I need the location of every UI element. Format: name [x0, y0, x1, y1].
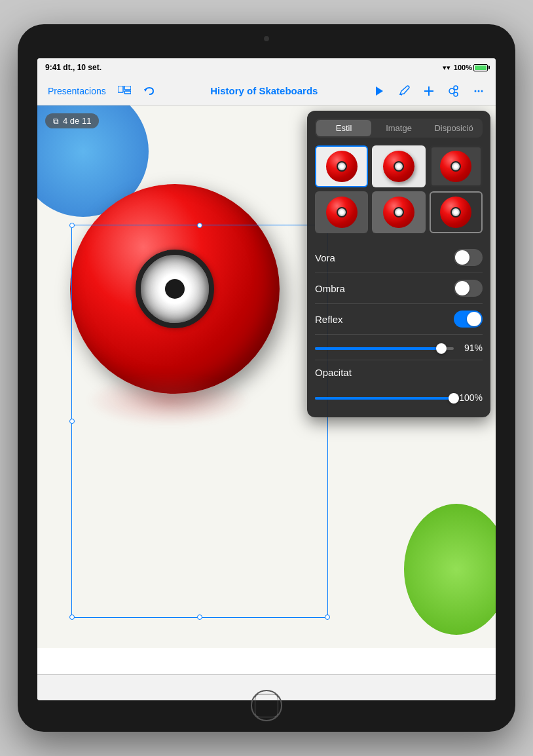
reflex-slider-row: 91%	[315, 335, 483, 360]
style-thumb-3[interactable]	[430, 145, 483, 187]
thumb-wheel-inner-5	[394, 207, 404, 217]
thumb-wheel-3	[440, 151, 471, 182]
panel-tabs: Estil Imatge Disposició	[315, 119, 483, 138]
reflex-label: Reflex	[315, 314, 343, 325]
camera	[264, 36, 269, 41]
more-button[interactable]	[468, 81, 489, 102]
wheel-body	[70, 184, 280, 394]
style-thumb-1[interactable]	[315, 145, 368, 187]
thumb-wheel-4	[326, 197, 358, 228]
opacitat-value: 100%	[459, 392, 483, 403]
wheel-inner	[136, 250, 214, 328]
svg-line-4	[400, 94, 402, 95]
thumb-wheel-1	[326, 151, 358, 182]
svg-point-13	[478, 90, 480, 92]
svg-line-10	[454, 88, 454, 90]
tab-imatge[interactable]: Imatge	[371, 120, 426, 136]
vora-row: Vora	[315, 242, 483, 273]
style-thumb-4[interactable]	[315, 191, 368, 233]
thumb-wheel-inner-3	[450, 161, 461, 172]
reflex-toggle[interactable]	[454, 311, 483, 328]
thumb-wheel-2	[383, 151, 414, 182]
svg-rect-0	[118, 86, 123, 92]
opacitat-slider-row: 100%	[315, 385, 483, 409]
battery-text: 100%	[454, 64, 472, 71]
wheel-hub	[165, 279, 185, 299]
page-counter-text: 4 de 11	[63, 116, 91, 126]
style-thumbnail-grid	[315, 145, 483, 233]
home-button-inner	[255, 694, 278, 717]
tab-estil[interactable]: Estil	[316, 120, 371, 136]
thumb-wheel-inner-2	[394, 161, 404, 172]
reflex-slider-track[interactable]	[315, 347, 454, 350]
thumb-wheel-6	[440, 197, 471, 228]
back-button[interactable]: Presentacions	[44, 83, 110, 99]
svg-point-12	[475, 90, 477, 92]
add-button[interactable]	[418, 81, 439, 102]
ombra-toggle-knob	[455, 281, 469, 295]
play-button[interactable]	[369, 81, 390, 102]
thumb-wheel-inner-6	[450, 207, 461, 217]
status-bar: 9:41 dt., 10 set. ▾▾ 100%	[37, 58, 496, 77]
reflex-slider-thumb[interactable]	[436, 343, 447, 354]
svg-point-14	[481, 90, 483, 92]
ombra-row: Ombra	[315, 273, 483, 304]
status-time: 9:41 dt., 10 set.	[45, 63, 101, 72]
ipad-frame: 9:41 dt., 10 set. ▾▾ 100% Presentacions	[18, 24, 515, 732]
opacitat-slider-track[interactable]	[315, 397, 454, 400]
opacitat-label: Opacitat	[315, 367, 352, 378]
battery-fill	[475, 66, 487, 70]
vora-toggle[interactable]	[454, 249, 483, 266]
status-right: ▾▾ 100%	[443, 64, 488, 72]
slides-view-button[interactable]	[114, 81, 135, 102]
skateboard-wheel[interactable]	[70, 184, 293, 407]
play-icon	[376, 86, 383, 96]
svg-rect-2	[124, 91, 131, 94]
home-button[interactable]	[251, 690, 282, 721]
battery-container: 100%	[454, 64, 488, 71]
opacitat-slider-fill	[315, 397, 454, 400]
toolbar: Presentacions History of Skateboards	[37, 77, 496, 105]
tab-disposicio[interactable]: Disposició	[426, 120, 481, 136]
slide-area[interactable]: ⧉ 4 de 11 Estil Imatge Disposició	[37, 105, 496, 674]
reflex-row: Reflex	[315, 304, 483, 335]
opacitat-row: Opacitat	[315, 360, 483, 385]
thumb-wheel-inner-1	[337, 161, 347, 172]
style-thumb-2[interactable]	[372, 145, 425, 187]
vora-toggle-knob	[455, 250, 469, 265]
reflex-toggle-knob	[467, 312, 481, 326]
undo-button[interactable]	[139, 81, 160, 102]
share-button[interactable]	[443, 81, 464, 102]
green-circle-decoration	[404, 504, 496, 635]
document-title: History of Skateboards	[164, 85, 365, 96]
battery-icon	[473, 64, 488, 71]
page-badge-icon: ⧉	[53, 117, 59, 126]
ombra-label: Ombra	[315, 283, 345, 294]
format-panel: Estil Imatge Disposició	[307, 111, 490, 417]
reflex-value: 91%	[459, 343, 483, 353]
wifi-icon: ▾▾	[443, 64, 450, 72]
thumb-wheel-inner-4	[337, 207, 347, 217]
style-thumb-5[interactable]	[372, 191, 425, 233]
thumb-wheel-5	[383, 197, 414, 228]
style-thumb-6[interactable]	[430, 191, 483, 233]
ombra-toggle[interactable]	[454, 280, 483, 297]
reflex-slider-fill	[315, 347, 441, 350]
opacitat-slider-thumb[interactable]	[449, 393, 459, 404]
svg-marker-3	[144, 89, 147, 92]
vora-label: Vora	[315, 252, 335, 263]
svg-rect-1	[124, 86, 131, 90]
pen-button[interactable]	[394, 81, 414, 102]
svg-line-11	[454, 92, 454, 94]
page-counter-badge: ⧉ 4 de 11	[45, 113, 99, 128]
wheel-reflection	[86, 374, 251, 426]
ipad-screen: 9:41 dt., 10 set. ▾▾ 100% Presentacions	[37, 58, 496, 700]
